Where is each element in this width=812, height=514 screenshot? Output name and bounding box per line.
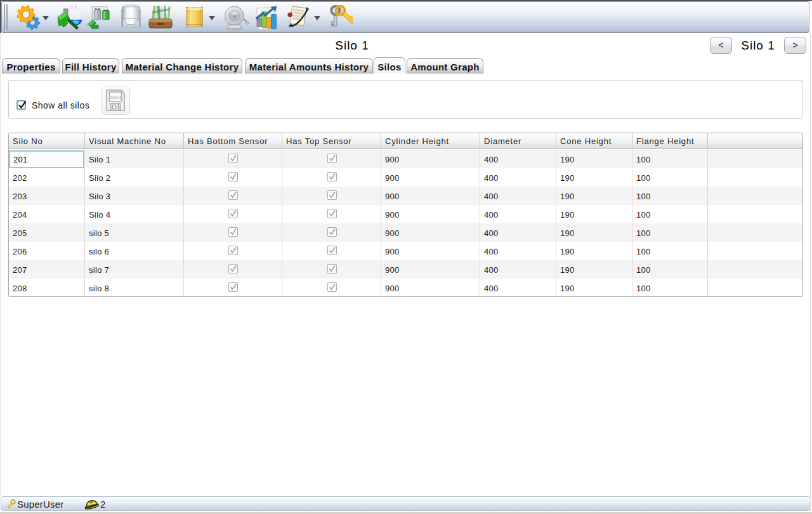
svg-text:SAVE: SAVE — [110, 95, 123, 100]
